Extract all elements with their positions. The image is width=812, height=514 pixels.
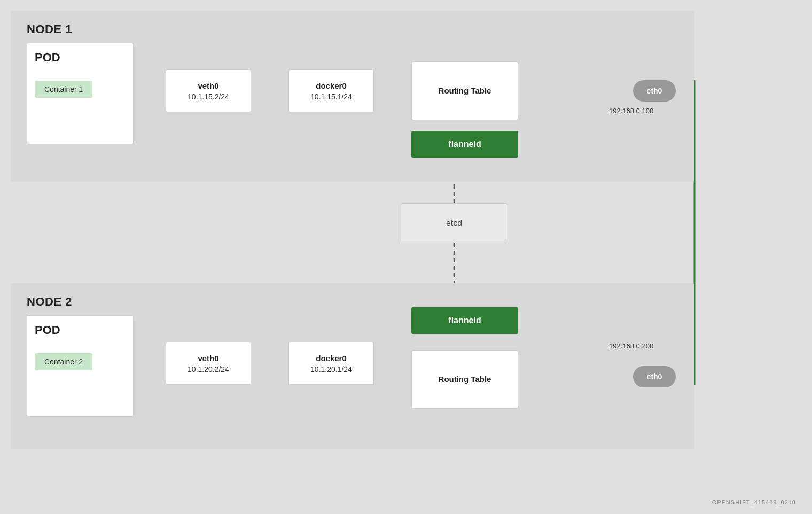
node1-label: NODE 1: [27, 22, 72, 36]
pod-title-node1: POD: [35, 51, 60, 65]
node2-box: NODE 2 flanneld POD Container 2 veth0 10…: [11, 283, 694, 449]
veth0-n1-sublabel: 10.1.15.2/24: [188, 92, 229, 101]
routing-n1-label: Routing Table: [439, 85, 491, 96]
veth0-n1-label: veth0: [198, 81, 218, 91]
container2-tag: Container 2: [35, 353, 92, 370]
main-diagram: NODE 1 POD Container 1 veth0 10.1.15.2/2…: [0, 0, 812, 514]
veth0-n2-label: veth0: [198, 353, 218, 364]
eth0-n2-label: eth0: [647, 372, 662, 381]
veth0-node1: veth0 10.1.15.2/24: [166, 69, 251, 112]
docker0-n1-label: docker0: [316, 81, 347, 91]
eth0-node1: eth0: [633, 80, 676, 102]
watermark: OPENSHIFT_415489_0218: [712, 499, 796, 505]
docker0-n2-sublabel: 10.1.20.1/24: [310, 365, 352, 373]
pod-title-node2: POD: [35, 323, 60, 337]
flanneld-n2-label: flanneld: [448, 316, 481, 325]
eth0-node2: eth0: [633, 366, 676, 387]
ip-node2: 192.168.0.200: [609, 342, 653, 350]
etcd-box: etcd: [401, 203, 508, 243]
docker0-node1: docker0 10.1.15.1/24: [288, 69, 374, 112]
routing-n2-label: Routing Table: [439, 374, 491, 385]
eth0-n1-label: eth0: [647, 87, 662, 95]
docker0-node2: docker0 10.1.20.1/24: [288, 342, 374, 385]
container1-tag: Container 1: [35, 81, 92, 98]
flanneld-node1: flanneld: [411, 131, 518, 158]
node2-label: NODE 2: [27, 295, 72, 309]
pod-box-node1: POD Container 1: [27, 43, 134, 144]
docker0-n1-sublabel: 10.1.15.1/24: [310, 92, 352, 101]
veth0-node2: veth0 10.1.20.2/24: [166, 342, 251, 385]
veth0-n2-sublabel: 10.1.20.2/24: [188, 365, 229, 373]
etcd-label: etcd: [446, 219, 462, 228]
routing-table-node2: Routing Table: [411, 350, 518, 409]
routing-table-node1: Routing Table: [411, 61, 518, 120]
ip-node1: 192.168.0.100: [609, 107, 653, 115]
flanneld-n1-label: flanneld: [448, 139, 481, 149]
pod-box-node2: POD Container 2: [27, 315, 134, 417]
docker0-n2-label: docker0: [316, 353, 347, 364]
flanneld-node2: flanneld: [411, 307, 518, 334]
node1-box: NODE 1 POD Container 1 veth0 10.1.15.2/2…: [11, 11, 694, 182]
